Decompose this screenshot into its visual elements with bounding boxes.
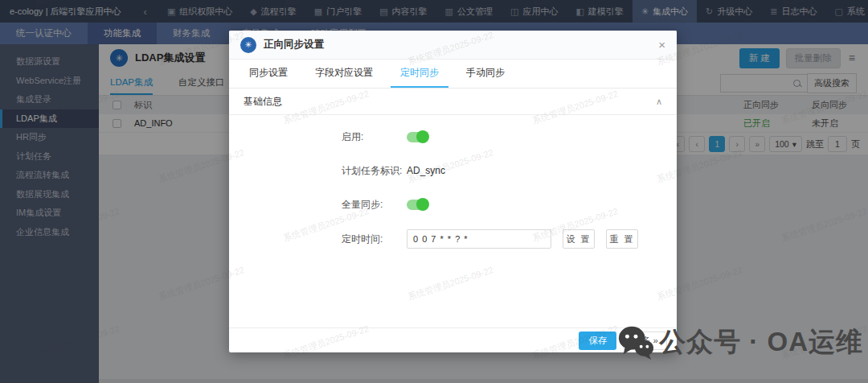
tab-sync-settings[interactable]: 同步设置 [240,60,297,88]
section-title: 基础信息 [244,95,282,109]
task-id-field-row: 计划任务标识: AD_sync [229,162,677,179]
forward-sync-settings-dialog: ✳ 正向同步设置 × 同步设置 字段对应设置 定时同步 手动同步 基础信息 ∧ … [229,31,677,352]
dialog-tabs: 同步设置 字段对应设置 定时同步 手动同步 [229,60,677,89]
dialog-footer: 保存 更多 » [229,327,677,352]
enable-field-row: 启用: [229,128,677,146]
enable-label: 启用: [342,130,407,144]
cron-label: 定时时间: [342,233,407,246]
dialog-header: ✳ 正向同步设置 × [229,31,677,60]
full-sync-field-row: 全量同步: [229,196,677,213]
task-id-value: AD_sync [407,165,445,176]
full-sync-toggle[interactable] [407,200,428,210]
cron-expression-input[interactable] [407,229,551,249]
close-icon[interactable]: × [658,39,665,51]
sync-settings-icon: ✳ [240,37,256,53]
tab-manual-sync[interactable]: 手动同步 [457,60,514,88]
enable-toggle[interactable] [407,132,428,142]
task-id-label: 计划任务标识: [342,164,407,178]
toggle-knob [416,198,429,211]
full-sync-label: 全量同步: [342,198,407,212]
cron-field-row: 定时时间: 设 置 重 置 [229,229,677,249]
toggle-knob [416,130,429,143]
tab-field-mapping[interactable]: 字段对应设置 [305,60,383,88]
more-button[interactable]: 更多 » [623,332,667,350]
basic-info-section-header: 基础信息 ∧ [229,89,677,115]
tab-scheduled-sync[interactable]: 定时同步 [391,60,448,88]
reset-button[interactable]: 重 置 [606,229,638,249]
set-button[interactable]: 设 置 [563,229,595,249]
collapse-icon[interactable]: ∧ [656,97,662,107]
dialog-title: 正向同步设置 [264,38,324,51]
save-button[interactable]: 保存 [579,332,616,350]
scheduled-sync-form: 启用: 计划任务标识: AD_sync 全量同步: 定时时间: 设 置 重 置 [229,115,677,249]
